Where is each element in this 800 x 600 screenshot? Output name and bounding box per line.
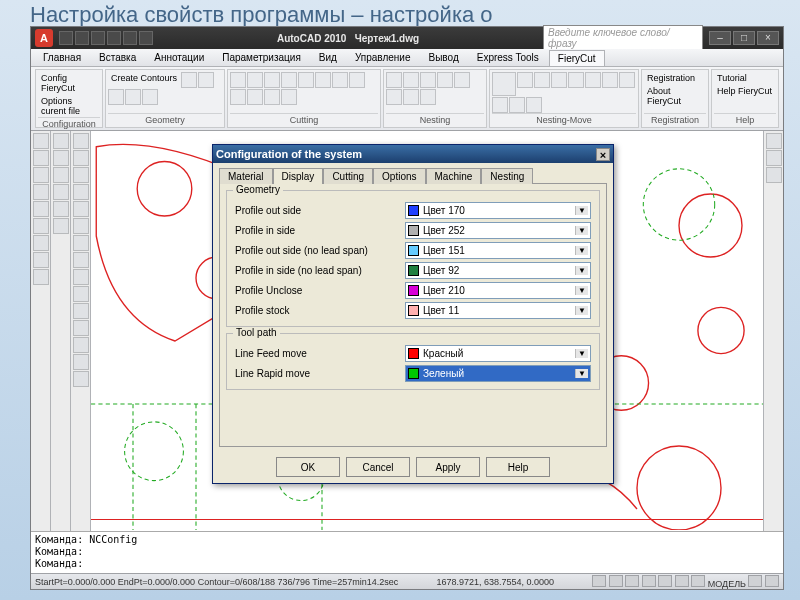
dialog-help-button[interactable]: Help	[486, 457, 550, 477]
dialog-titlebar[interactable]: Configuration of the system ×	[213, 145, 613, 163]
move-icon-big[interactable]	[492, 72, 516, 96]
combo-profile-in-no-lead[interactable]: Цвет 92▼	[405, 262, 591, 279]
tr-2[interactable]	[766, 150, 782, 166]
cut-icon-8[interactable]	[349, 72, 365, 88]
sb-icon-3[interactable]	[625, 575, 639, 587]
tl3-1[interactable]	[73, 133, 89, 149]
nmove-icon-1[interactable]	[517, 72, 533, 88]
tl1-1[interactable]	[33, 133, 49, 149]
tl3-2[interactable]	[73, 150, 89, 166]
tl1-5[interactable]	[33, 201, 49, 217]
tab-expresstools[interactable]: Express Tools	[469, 50, 547, 65]
tl3-13[interactable]	[73, 337, 89, 353]
nmove-icon-9[interactable]	[509, 97, 525, 113]
dtab-display[interactable]: Display	[273, 168, 324, 184]
btn-help-fierycut[interactable]: Help FieryCut	[714, 85, 775, 97]
tr-3[interactable]	[766, 167, 782, 183]
btn-config-fierycut[interactable]: Config FieryCut	[38, 72, 100, 94]
tl3-7[interactable]	[73, 235, 89, 251]
nest-icon-7[interactable]	[403, 89, 419, 105]
tab-vid[interactable]: Вид	[311, 50, 345, 65]
nmove-icon-4[interactable]	[568, 72, 584, 88]
geom-icon-1[interactable]	[181, 72, 197, 88]
cut-icon-9[interactable]	[230, 89, 246, 105]
nest-icon-1[interactable]	[386, 72, 402, 88]
sb-icon-5[interactable]	[658, 575, 672, 587]
cut-icon-7[interactable]	[332, 72, 348, 88]
nest-icon-8[interactable]	[420, 89, 436, 105]
sb-icon-7[interactable]	[691, 575, 705, 587]
nest-icon-6[interactable]	[386, 89, 402, 105]
sb-icon-4[interactable]	[642, 575, 656, 587]
geom-icon-4[interactable]	[125, 89, 141, 105]
tab-parametrizaciya[interactable]: Параметризация	[214, 50, 309, 65]
tl3-12[interactable]	[73, 320, 89, 336]
nest-icon-2[interactable]	[403, 72, 419, 88]
dtab-nesting[interactable]: Nesting	[481, 168, 533, 184]
cut-icon-11[interactable]	[264, 89, 280, 105]
tl2-5[interactable]	[53, 201, 69, 217]
status-model[interactable]: МОДЕЛЬ	[708, 579, 746, 589]
nest-icon-3[interactable]	[420, 72, 436, 88]
combo-profile-out-no-lead[interactable]: Цвет 151▼	[405, 242, 591, 259]
cut-icon-2[interactable]	[247, 72, 263, 88]
tl3-5[interactable]	[73, 201, 89, 217]
combo-profile-unclose[interactable]: Цвет 210▼	[405, 282, 591, 299]
tl3-15[interactable]	[73, 371, 89, 387]
tab-glavnaya[interactable]: Главная	[35, 50, 89, 65]
dtab-material[interactable]: Material	[219, 168, 273, 184]
tab-annotacii[interactable]: Аннотации	[146, 50, 212, 65]
cut-icon-4[interactable]	[281, 72, 297, 88]
tl1-4[interactable]	[33, 184, 49, 200]
dtab-cutting[interactable]: Cutting	[323, 168, 373, 184]
nmove-icon-10[interactable]	[526, 97, 542, 113]
tl3-10[interactable]	[73, 286, 89, 302]
dtab-machine[interactable]: Machine	[426, 168, 482, 184]
sb-icon-2[interactable]	[609, 575, 623, 587]
dialog-ok-button[interactable]: OK	[276, 457, 340, 477]
undo-icon[interactable]	[107, 31, 121, 45]
tab-vstavka[interactable]: Вставка	[91, 50, 144, 65]
sb-icon-1[interactable]	[592, 575, 606, 587]
sb-icon-9[interactable]	[765, 575, 779, 587]
tl1-8[interactable]	[33, 252, 49, 268]
nmove-icon-8[interactable]	[492, 97, 508, 113]
tl2-3[interactable]	[53, 167, 69, 183]
tl3-3[interactable]	[73, 167, 89, 183]
tr-1[interactable]	[766, 133, 782, 149]
tl2-2[interactable]	[53, 150, 69, 166]
tl1-9[interactable]	[33, 269, 49, 285]
tab-upravlenie[interactable]: Управление	[347, 50, 419, 65]
dialog-cancel-button[interactable]: Cancel	[346, 457, 410, 477]
btn-create-contours[interactable]: Create Contours	[108, 72, 180, 88]
nmove-icon-6[interactable]	[602, 72, 618, 88]
close-button[interactable]: ×	[757, 31, 779, 45]
tl3-11[interactable]	[73, 303, 89, 319]
cut-icon-6[interactable]	[315, 72, 331, 88]
app-logo-icon[interactable]: A	[35, 29, 53, 47]
new-icon[interactable]	[59, 31, 73, 45]
nmove-icon-2[interactable]	[534, 72, 550, 88]
nmove-icon-7[interactable]	[619, 72, 635, 88]
print-icon[interactable]	[139, 31, 153, 45]
nmove-icon-5[interactable]	[585, 72, 601, 88]
nest-icon-4[interactable]	[437, 72, 453, 88]
cut-icon-1[interactable]	[230, 72, 246, 88]
nest-icon-5[interactable]	[454, 72, 470, 88]
tl3-6[interactable]	[73, 218, 89, 234]
sb-icon-8[interactable]	[748, 575, 762, 587]
tl1-3[interactable]	[33, 167, 49, 183]
tl2-1[interactable]	[53, 133, 69, 149]
geom-icon-2[interactable]	[198, 72, 214, 88]
combo-profile-out-side[interactable]: Цвет 170▼	[405, 202, 591, 219]
tl2-6[interactable]	[53, 218, 69, 234]
combo-profile-in-side[interactable]: Цвет 252▼	[405, 222, 591, 239]
cut-icon-5[interactable]	[298, 72, 314, 88]
tl3-9[interactable]	[73, 269, 89, 285]
tl2-4[interactable]	[53, 184, 69, 200]
combo-profile-stock[interactable]: Цвет 11▼	[405, 302, 591, 319]
btn-tutorial[interactable]: Tutorial	[714, 72, 775, 84]
geom-icon-5[interactable]	[142, 89, 158, 105]
dtab-options[interactable]: Options	[373, 168, 425, 184]
sb-icon-6[interactable]	[675, 575, 689, 587]
